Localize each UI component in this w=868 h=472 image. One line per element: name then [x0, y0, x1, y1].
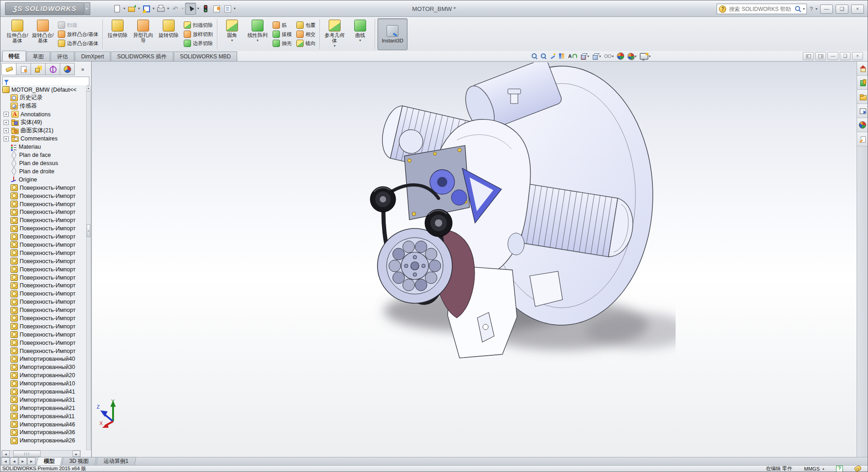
- tree-item-surface-import[interactable]: Поверхность-Импорт: [0, 233, 87, 241]
- tree-filter-box[interactable]: [2, 77, 89, 86]
- tree-item-imported[interactable]: Импортированный46: [0, 420, 87, 429]
- split-pane-right-button[interactable]: [815, 52, 826, 60]
- tree-item[interactable]: Materiau: [0, 143, 87, 151]
- tree-item-surface-import[interactable]: Поверхность-Импорт: [0, 265, 87, 274]
- swept-cut-button[interactable]: 扫描切除: [182, 21, 215, 29]
- panel-tabs-overflow[interactable]: »: [81, 66, 84, 73]
- tag-icon[interactable]: [854, 465, 862, 472]
- tree-item-surface-import[interactable]: Поверхность-Импорт: [0, 339, 87, 347]
- boundary-cut-button[interactable]: 边界切除: [182, 39, 215, 47]
- next-tab-button[interactable]: ▶: [19, 457, 27, 465]
- tree-item-surface-import[interactable]: Поверхность-Импорт: [0, 216, 87, 224]
- 3d-views-tab[interactable]: 3D 视图: [62, 457, 97, 465]
- linear-pattern-button[interactable]: 线性阵列 ▾: [245, 18, 270, 50]
- tree-item-surface-import[interactable]: Поверхность-Импорт: [0, 192, 87, 200]
- edit-appearance-button[interactable]: [616, 52, 625, 61]
- minimize-button[interactable]: —: [820, 5, 833, 14]
- displaymanager-tab[interactable]: [60, 63, 75, 75]
- tree-item-imported[interactable]: Импортированный40: [0, 355, 87, 363]
- new-dropdown[interactable]: ▾: [124, 6, 125, 10]
- wrap-button[interactable]: 包覆: [294, 21, 317, 29]
- section-view-button[interactable]: [558, 52, 566, 61]
- print-button[interactable]: [156, 3, 166, 14]
- tree-item[interactable]: Plan de dessus: [0, 159, 87, 167]
- tree-item-imported[interactable]: Импортированный21: [0, 404, 87, 412]
- extruded-boss-button[interactable]: 拉伸凸台/基体: [5, 18, 30, 50]
- shell-button[interactable]: 抽壳: [271, 39, 294, 47]
- menu-flyout-icon[interactable]: ▸: [84, 2, 90, 15]
- extruded-cut-button[interactable]: 拉伸切除: [105, 18, 130, 50]
- tab-dimxpert[interactable]: DimXpert: [75, 52, 110, 61]
- tree-item-imported[interactable]: Импортированный20: [0, 371, 87, 379]
- tab-sketch[interactable]: 草图: [26, 52, 50, 61]
- units-dropdown[interactable]: ▴: [822, 467, 824, 471]
- tree-item-surface-import[interactable]: Поверхность-Импорт: [0, 200, 87, 208]
- view-orientation-button[interactable]: ▾: [579, 52, 590, 61]
- undo-dropdown[interactable]: ▾: [182, 6, 184, 10]
- tree-item[interactable]: + 曲面实体(21): [0, 127, 87, 135]
- file-explorer-tab[interactable]: [857, 90, 868, 104]
- model-tab[interactable]: 模型: [36, 457, 62, 465]
- tree-item-imported[interactable]: Импортированный11: [0, 412, 87, 420]
- view-palette-tab[interactable]: [857, 104, 868, 118]
- search-icon[interactable]: [795, 6, 801, 12]
- last-tab-button[interactable]: ▶: [27, 457, 36, 465]
- doc-minimize-button[interactable]: —: [827, 52, 838, 60]
- search-input[interactable]: [728, 5, 793, 13]
- fillet-dropdown[interactable]: ▾: [231, 38, 233, 42]
- help-dropdown[interactable]: ▾: [816, 7, 817, 11]
- prev-tab-button[interactable]: ◀: [10, 457, 18, 465]
- status-help-icon[interactable]: ?: [836, 466, 843, 472]
- select-dropdown[interactable]: ▾: [197, 6, 199, 10]
- tree-item-imported[interactable]: Импортированный26: [0, 436, 87, 445]
- propertymanager-tab[interactable]: [16, 63, 31, 75]
- tree-item[interactable]: 历史记录: [0, 94, 87, 102]
- tree-item-surface-import[interactable]: Поверхность-Импорт: [0, 184, 87, 192]
- custom-properties-tab[interactable]: [857, 132, 868, 146]
- file-properties-button[interactable]: [222, 3, 232, 14]
- open-button[interactable]: [127, 3, 137, 14]
- reference-geometry-button[interactable]: 参考几何体 ▾: [322, 18, 347, 50]
- apply-scene-button[interactable]: ▾: [626, 52, 637, 61]
- tree-item[interactable]: + Annotations: [0, 110, 87, 119]
- tree-horizontal-scrollbar[interactable]: ◀ ∣∣∣ ▶: [1, 450, 81, 457]
- tree-item-imported[interactable]: Импортированный36: [0, 429, 87, 437]
- scroll-right-button[interactable]: ▶: [72, 451, 80, 457]
- tree-item-surface-import[interactable]: Поверхность-Импорт: [0, 298, 87, 306]
- boundary-boss-button[interactable]: 边界凸台/基体: [56, 39, 100, 47]
- tab-features[interactable]: 特征: [2, 51, 26, 61]
- tree-item-surface-import[interactable]: Поверхность-Импорт: [0, 314, 87, 322]
- tree-item-imported[interactable]: Импортированный30: [0, 363, 87, 371]
- open-dropdown[interactable]: ▾: [138, 6, 140, 10]
- units-selector[interactable]: MMGS ▴: [804, 466, 824, 472]
- tree-item-imported[interactable]: Импортированный41: [0, 388, 87, 396]
- tree-item-surface-import[interactable]: Поверхность-Импорт: [0, 241, 87, 249]
- reference-dropdown[interactable]: ▾: [334, 44, 336, 48]
- engine-model[interactable]: [366, 62, 676, 363]
- lofted-cut-button[interactable]: 放样切割: [182, 30, 215, 38]
- expand-toggle[interactable]: +: [4, 128, 9, 133]
- undo-button[interactable]: ↶: [170, 3, 181, 14]
- zoom-to-area-button[interactable]: [540, 52, 548, 61]
- tree-item[interactable]: Plan de droite: [0, 167, 87, 176]
- doc-close-button[interactable]: ×: [852, 52, 863, 60]
- curves-dropdown[interactable]: ▾: [359, 38, 361, 42]
- select-button[interactable]: [185, 3, 196, 15]
- motion-study-tab[interactable]: 运动算例1: [96, 457, 136, 465]
- save-button[interactable]: [141, 3, 151, 14]
- tree-item-surface-import[interactable]: Поверхность-Импорт: [0, 281, 87, 290]
- rib-button[interactable]: 筋: [271, 21, 294, 29]
- tree-item-imported[interactable]: Импортированный10: [0, 379, 87, 388]
- tree-item-surface-import[interactable]: Поверхность-Импорт: [0, 224, 87, 233]
- design-library-tab[interactable]: [857, 76, 868, 90]
- restore-button[interactable]: ❑: [836, 5, 848, 14]
- tree-item-surface-import[interactable]: Поверхность-Импорт: [0, 274, 87, 282]
- expand-toggle[interactable]: +: [4, 120, 9, 125]
- revolved-boss-button[interactable]: 旋转凸台/基体: [31, 18, 55, 50]
- tree-vertical-scrollbar[interactable]: ▲ ≡: [86, 86, 91, 450]
- previous-view-button[interactable]: [549, 52, 557, 61]
- view-settings-button[interactable]: ▾: [639, 52, 651, 61]
- tree-item-surface-import[interactable]: Поверхность-Импорт: [0, 249, 87, 257]
- tree-item[interactable]: Plan de face: [0, 151, 87, 159]
- mirror-button[interactable]: 镜向: [294, 39, 317, 47]
